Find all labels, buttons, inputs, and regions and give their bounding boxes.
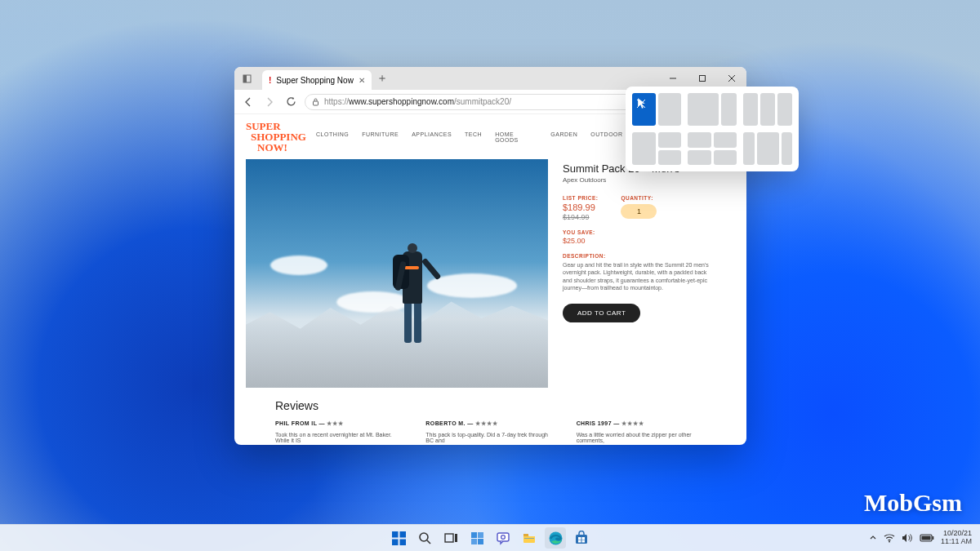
svg-rect-10: [399, 539, 406, 545]
widgets-button[interactable]: [466, 527, 488, 549]
product-details: Summit Pack 20 – Men's Apex Outdoors LIS…: [563, 159, 735, 388]
svg-rect-28: [582, 540, 586, 543]
tab-close-icon[interactable]: ✕: [359, 76, 365, 85]
system-tray[interactable]: 10/20/21 11:11 AM: [869, 530, 980, 546]
nav-link[interactable]: GARDEN: [550, 131, 577, 143]
nav-link[interactable]: OUTDOOR: [590, 131, 622, 143]
store-logo[interactable]: SUPER SHOPPING NOW!: [246, 121, 301, 153]
snap-layouts-flyout[interactable]: [626, 87, 799, 171]
product-hero-image: [246, 159, 548, 388]
nav-refresh-button[interactable]: [283, 95, 298, 109]
taskbar-center: [388, 527, 592, 549]
tray-chevron-up-icon[interactable]: [869, 534, 877, 542]
svg-rect-9: [392, 539, 399, 545]
snap-zone[interactable]: [688, 150, 711, 166]
reviews-heading: Reviews: [275, 399, 706, 412]
snap-layout-wide-narrow[interactable]: [688, 93, 737, 126]
snap-zone-active[interactable]: [632, 93, 656, 126]
volume-icon[interactable]: [902, 533, 913, 543]
svg-rect-7: [392, 531, 399, 538]
snap-zone[interactable]: [721, 93, 737, 126]
description-label: DESCRIPTION:: [563, 253, 735, 259]
add-to-cart-button[interactable]: ADD TO CART: [563, 304, 640, 322]
snap-layout-left-stack[interactable]: [632, 132, 681, 165]
snap-zone[interactable]: [658, 93, 682, 126]
nav-link[interactable]: TECH: [465, 131, 482, 143]
snap-zone[interactable]: [658, 150, 682, 166]
tab-actions-icon[interactable]: [234, 67, 259, 90]
snap-layout-quarters[interactable]: [688, 132, 737, 165]
svg-rect-1: [243, 75, 247, 82]
edge-button[interactable]: [545, 527, 566, 549]
favicon-icon: !: [269, 76, 271, 85]
snap-zone[interactable]: [760, 93, 775, 126]
browser-tab[interactable]: ! Super Shopping Now ✕: [262, 70, 372, 90]
you-save-label: YOU SAVE:: [563, 229, 735, 235]
svg-rect-31: [932, 536, 933, 540]
lock-icon: [312, 98, 319, 106]
snap-layout-half-half[interactable]: [632, 93, 681, 126]
svg-rect-26: [582, 537, 586, 540]
svg-rect-6: [314, 101, 318, 105]
svg-rect-17: [471, 539, 477, 544]
store-button[interactable]: [571, 527, 592, 549]
new-tab-button[interactable]: ＋: [372, 67, 393, 90]
nav-forward-button[interactable]: [262, 95, 277, 109]
svg-rect-25: [578, 537, 581, 540]
snap-zone[interactable]: [743, 93, 758, 126]
nav-link[interactable]: APPLIANCES: [412, 131, 452, 143]
snap-zone[interactable]: [782, 132, 793, 165]
snap-zone[interactable]: [688, 132, 711, 148]
quantity-label: QUANTITY:: [621, 195, 657, 201]
product-price: $189.99: [563, 202, 598, 212]
taskbar[interactable]: 10/20/21 11:11 AM: [0, 524, 980, 551]
product-brand: Apex Outdoors: [563, 176, 735, 184]
review-item: ROBERTO M. — ★★★★ This pack is top-quali…: [425, 420, 555, 443]
wifi-icon[interactable]: [884, 533, 895, 543]
nav-link[interactable]: FURNITURE: [362, 131, 399, 143]
snap-zone[interactable]: [632, 132, 656, 165]
svg-rect-32: [921, 536, 930, 540]
search-button[interactable]: [414, 527, 435, 549]
svg-rect-14: [455, 534, 457, 542]
store-nav: CLOTHING FURNITURE APPLIANCES TECH HOME …: [316, 131, 623, 143]
svg-point-11: [420, 533, 428, 541]
hiker-figure: [385, 219, 442, 349]
snap-zone[interactable]: [714, 132, 737, 148]
svg-rect-24: [576, 535, 587, 544]
battery-icon[interactable]: [920, 534, 934, 542]
snap-zone[interactable]: [757, 132, 779, 165]
svg-rect-19: [497, 533, 509, 541]
description-body: Gear up and hit the trail in style with …: [563, 261, 710, 292]
taskbar-clock[interactable]: 10/20/21 11:11 AM: [941, 530, 972, 546]
review-item: PHIL FROM IL — ★★★ Took this on a recent…: [275, 420, 404, 443]
svg-rect-3: [700, 76, 706, 82]
start-button[interactable]: [388, 527, 409, 549]
svg-rect-8: [399, 531, 406, 538]
svg-rect-18: [478, 539, 483, 544]
snap-zone[interactable]: [658, 132, 682, 148]
snap-zone[interactable]: [688, 93, 719, 126]
snap-layout-thirds[interactable]: [743, 93, 792, 126]
review-item: CHRIS 1997 — ★★★★ Was a little worried a…: [577, 420, 706, 443]
snap-zone[interactable]: [743, 132, 755, 165]
task-view-button[interactable]: [440, 527, 461, 549]
svg-rect-16: [478, 532, 483, 538]
chat-button[interactable]: [492, 527, 514, 549]
svg-rect-15: [471, 532, 477, 538]
nav-link[interactable]: HOME GOODS: [495, 131, 537, 143]
reviews-section: Reviews PHIL FROM IL — ★★★ Took this on …: [234, 388, 746, 443]
watermark-text: MobGsm: [864, 489, 962, 517]
quantity-stepper[interactable]: 1: [621, 204, 657, 219]
snap-zone[interactable]: [777, 93, 792, 126]
svg-rect-22: [524, 538, 534, 539]
nav-back-button[interactable]: [241, 95, 256, 109]
snap-zone[interactable]: [714, 150, 737, 166]
svg-rect-27: [578, 540, 581, 543]
tab-title: Super Shopping Now: [276, 76, 354, 85]
svg-line-12: [427, 540, 430, 544]
nav-link[interactable]: CLOTHING: [316, 131, 349, 143]
you-save-value: $25.00: [563, 237, 735, 245]
file-explorer-button[interactable]: [519, 527, 540, 549]
snap-layout-center-sides[interactable]: [743, 132, 792, 165]
